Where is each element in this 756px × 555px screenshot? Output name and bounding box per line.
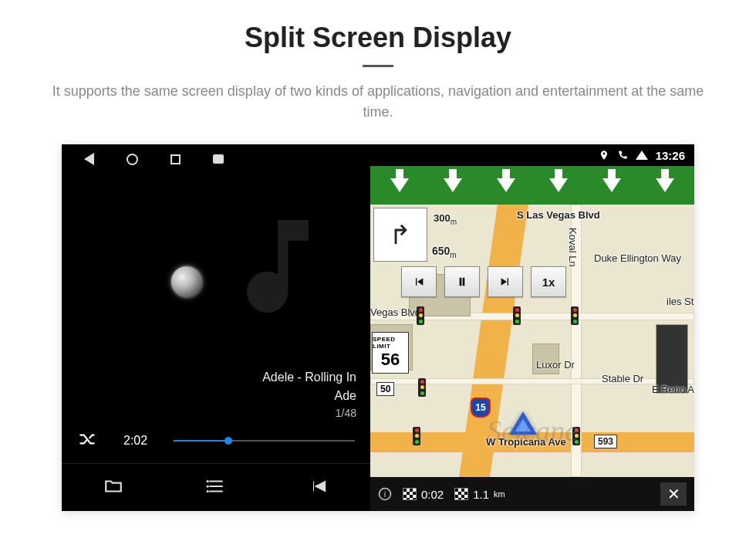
sim-controls: 1x <box>401 266 566 297</box>
traffic-light-icon <box>513 306 521 325</box>
progress-row: 2:02 <box>62 421 370 463</box>
road-label: Stable Dr <box>602 373 643 384</box>
album-art-icon <box>193 181 363 351</box>
sim-prev-button[interactable] <box>401 266 437 297</box>
progress-bar[interactable] <box>174 440 355 442</box>
turn-arrow-icon: ↰ <box>390 222 411 248</box>
wifi-icon <box>636 151 648 160</box>
sim-next-button[interactable] <box>488 266 523 297</box>
map-canvas[interactable]: S Las Vegas Blvd Koval Ln Duke Ellington… <box>370 205 694 477</box>
track-artist: Ade <box>62 387 356 405</box>
cursor-indicator <box>170 265 204 299</box>
svg-point-0 <box>207 480 208 482</box>
speed-limit-label: SPEED LIMIT <box>373 336 408 350</box>
sim-elapsed: 0:02 <box>403 488 444 501</box>
svg-point-1 <box>207 485 208 486</box>
music-pane: Adele - Rolling In Ade 1/48 2:02 <box>62 144 370 511</box>
track-index: 1/48 <box>62 405 356 421</box>
folder-icon[interactable] <box>103 476 123 499</box>
sim-speed-button[interactable]: 1x <box>531 266 566 297</box>
road-label: Koval Ln <box>567 228 579 267</box>
flag-icon <box>403 488 417 500</box>
elapsed-time: 2:02 <box>123 434 147 448</box>
track-title: Adele - Rolling In <box>62 368 356 387</box>
status-bar: 13:26 <box>370 144 694 166</box>
shuffle-icon[interactable] <box>77 429 97 452</box>
music-bottom-bar <box>62 463 370 511</box>
lane-arrow-icon <box>444 178 462 192</box>
clock: 13:26 <box>656 149 685 162</box>
device-frame: Adele - Rolling In Ade 1/48 2:02 <box>62 144 694 511</box>
title-rule <box>363 65 393 67</box>
road-label: iles St <box>667 296 694 307</box>
traffic-light-icon <box>417 306 424 325</box>
track-info: Adele - Rolling In Ade 1/48 <box>62 368 370 421</box>
phone-icon <box>617 150 628 161</box>
android-nav-bar <box>62 144 370 174</box>
nav-pane: 13:26 S Las Vegas Blvd Koval Ln <box>370 144 694 511</box>
road-label: Duke Ellington Way <box>594 252 681 264</box>
interstate-shield: 15 <box>471 398 491 418</box>
lane-arrow-icon <box>497 178 515 192</box>
turn-instruction: ↰ <box>373 208 427 262</box>
location-pin-icon <box>599 150 609 161</box>
following-turn-distance: 650m <box>432 245 457 259</box>
traffic-light-icon <box>571 306 579 325</box>
lane-arrow-icon <box>390 178 409 192</box>
speed-limit-sign: SPEED LIMIT 56 <box>372 332 409 374</box>
flag-icon <box>454 488 468 500</box>
traffic-light-icon <box>418 378 426 397</box>
next-turn-distance: 300m <box>434 212 457 226</box>
nav-bottom-bar: i 0:02 1.1 km ✕ <box>370 477 694 511</box>
image-icon <box>213 154 224 164</box>
sim-info-button[interactable]: i <box>378 487 392 501</box>
vehicle-cursor-icon <box>509 411 537 435</box>
lane-arrow-icon <box>602 178 621 192</box>
lane-guidance-bar <box>370 166 694 205</box>
lane-arrow-icon <box>549 178 568 192</box>
road-label: E Reno Ave <box>652 384 694 395</box>
route-shield: 50 <box>376 382 394 396</box>
music-body: Adele - Rolling In Ade 1/48 2:02 <box>62 174 370 463</box>
page-title: Split Screen Display <box>245 22 511 54</box>
page-subtitle: It supports the same screen display of t… <box>46 81 710 123</box>
recents-icon[interactable] <box>170 154 181 164</box>
speed-limit-value: 56 <box>381 350 400 370</box>
traffic-light-icon <box>572 427 580 445</box>
back-icon[interactable] <box>82 153 94 165</box>
svg-text:i: i <box>384 489 386 499</box>
close-button[interactable]: ✕ <box>660 482 687 506</box>
road-label: Luxor Dr <box>536 359 575 371</box>
sim-pause-button[interactable] <box>444 266 480 297</box>
svg-point-2 <box>207 490 208 492</box>
road-label: Vegas Blvd <box>370 306 420 318</box>
road-label: W Tropicana Ave <box>486 436 566 448</box>
road-label: S Las Vegas Blvd <box>517 209 600 221</box>
road-number: 593 <box>594 435 617 448</box>
traffic-light-icon <box>413 427 420 445</box>
lane-arrow-icon <box>656 178 674 192</box>
playlist-icon[interactable] <box>206 476 226 499</box>
sim-remaining: 1.1 km <box>454 488 505 501</box>
prev-track-icon[interactable] <box>309 476 329 499</box>
home-icon[interactable] <box>127 154 138 165</box>
